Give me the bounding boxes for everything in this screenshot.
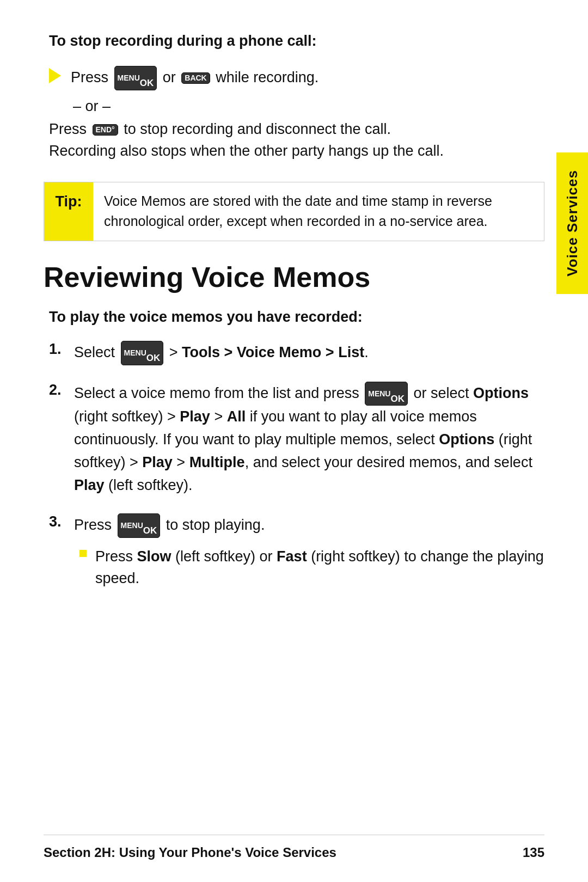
or-line: – or –	[73, 98, 544, 115]
top-section: To stop recording during a phone call: P…	[44, 33, 544, 162]
footer: Section 2H: Using Your Phone's Voice Ser…	[44, 835, 544, 860]
sub-bullet-text-1: Press Slow (left softkey) or Fast (right…	[95, 546, 544, 590]
step-content-2: Select a voice memo from the list and pr…	[74, 382, 544, 497]
step-number-3: 3.	[49, 513, 74, 530]
sub-bullet-icon	[79, 550, 87, 557]
end-key-icon: END°	[93, 124, 118, 136]
tip-label: Tip:	[44, 182, 93, 241]
numbered-item-1: 1. Select MENUOK > Tools > Voice Memo > …	[49, 341, 544, 365]
menu-ok-key-icon-1: MENUOK	[114, 66, 157, 90]
sub-bullets: Press Slow (left softkey) or Fast (right…	[74, 546, 544, 590]
stop-recording-heading: To stop recording during a phone call:	[44, 33, 544, 50]
tip-box: Tip: Voice Memos are stored with the dat…	[44, 182, 544, 241]
tip-content: Voice Memos are stored with the date and…	[93, 182, 544, 241]
footer-text: Section 2H: Using Your Phone's Voice Ser…	[44, 845, 336, 860]
side-tab-label: Voice Services	[564, 170, 581, 277]
step-content-3: Press MENUOK to stop playing. Press Slow…	[74, 513, 544, 595]
side-tab: Voice Services	[556, 152, 588, 294]
menu-ok-key-icon-3: MENUOK	[365, 382, 408, 406]
menu-ok-key-icon-4: MENUOK	[118, 513, 161, 538]
numbered-list: 1. Select MENUOK > Tools > Voice Memo > …	[44, 341, 544, 595]
sub-bullet-item-1: Press Slow (left softkey) or Fast (right…	[79, 546, 544, 590]
step-number-1: 1.	[49, 341, 74, 358]
numbered-item-3: 3. Press MENUOK to stop playing. Press S…	[49, 513, 544, 595]
bullet-arrow-icon	[49, 68, 61, 83]
menu-ok-key-icon-2: MENUOK	[121, 341, 164, 365]
bullet-text-1: Press MENUOK or BACK while recording.	[71, 66, 318, 90]
step-content-1: Select MENUOK > Tools > Voice Memo > Lis…	[74, 341, 369, 365]
numbered-item-2: 2. Select a voice memo from the list and…	[49, 382, 544, 497]
bullet-item-1: Press MENUOK or BACK while recording.	[44, 66, 544, 90]
section-heading: Reviewing Voice Memos	[44, 261, 544, 293]
back-key-icon: BACK	[181, 72, 210, 84]
step-number-2: 2.	[49, 382, 74, 399]
sub-heading: To play the voice memos you have recorde…	[44, 309, 544, 326]
press-end-line: Press END° to stop recording and disconn…	[49, 118, 544, 162]
page-container: Voice Services To stop recording during …	[0, 0, 588, 882]
footer-page-number: 135	[523, 845, 544, 860]
